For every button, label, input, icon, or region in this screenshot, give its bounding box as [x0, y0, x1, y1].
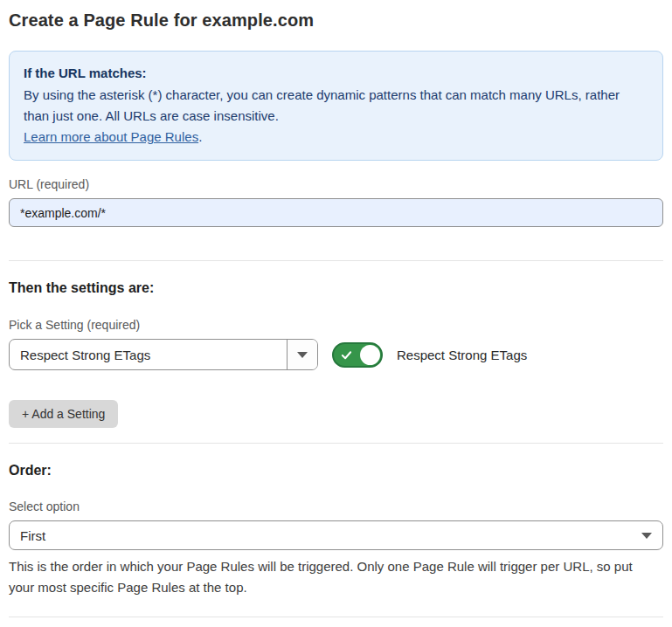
page-rule-form: Create a Page Rule for example.com If th… [0, 0, 672, 627]
page-title: Create a Page Rule for example.com [9, 10, 663, 31]
setting-row: Respect Strong ETags Respect Strong ETag… [9, 339, 663, 370]
setting-select-arrow-button[interactable] [287, 340, 317, 369]
check-icon [341, 349, 352, 361]
add-setting-button[interactable]: + Add a Setting [9, 400, 118, 428]
setting-select-value: Respect Strong ETags [10, 340, 287, 369]
settings-section-heading: Then the settings are: [9, 280, 663, 296]
info-box-body: By using the asterisk (*) character, you… [24, 85, 635, 127]
toggle-knob [360, 345, 380, 365]
order-select-arrow [631, 521, 662, 549]
order-section-heading: Order: [9, 463, 663, 479]
section-divider [9, 260, 663, 261]
order-select[interactable]: First [9, 520, 663, 550]
setting-toggle[interactable] [332, 342, 383, 368]
order-help-text: This is the order in which your Page Rul… [9, 556, 660, 598]
link-suffix: . [198, 129, 202, 144]
url-match-info-box: If the URL matches: By using the asteris… [9, 51, 663, 161]
chevron-down-icon [297, 352, 308, 358]
toggle-label: Respect Strong ETags [397, 348, 527, 362]
section-divider [9, 443, 663, 444]
chevron-down-icon [641, 533, 652, 539]
footer-divider [9, 617, 663, 617]
order-select-value: First [10, 521, 631, 549]
info-box-link-line: Learn more about Page Rules. [24, 127, 648, 148]
learn-more-link[interactable]: Learn more about Page Rules [24, 129, 198, 144]
url-input[interactable] [9, 198, 663, 227]
setting-select[interactable]: Respect Strong ETags [9, 339, 318, 370]
order-select-label: Select option [9, 500, 663, 513]
info-box-heading: If the URL matches: [24, 63, 648, 84]
url-field-label: URL (required) [9, 177, 663, 191]
pick-setting-label: Pick a Setting (required) [9, 318, 663, 332]
